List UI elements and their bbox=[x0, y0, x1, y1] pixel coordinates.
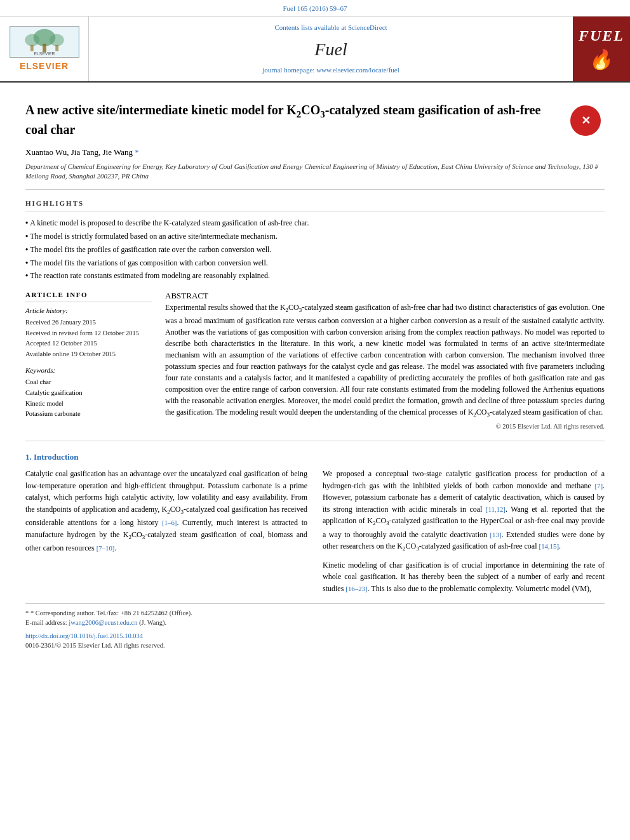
email-link[interactable]: jwang2006@ecust.edu.cn bbox=[69, 619, 137, 626]
svg-text:✕: ✕ bbox=[581, 114, 591, 127]
abstract-copyright: © 2015 Elsevier Ltd. All rights reserved… bbox=[165, 422, 605, 432]
svg-text:ELSEVIER: ELSEVIER bbox=[34, 51, 55, 56]
email-suffix: (J. Wang). bbox=[139, 619, 166, 626]
ref-7-10: [7–10] bbox=[97, 544, 115, 552]
history-revised: Received in revised form 12 October 2015 bbox=[25, 329, 152, 338]
info-abstract-section: ARTICLE INFO Article history: Received 2… bbox=[25, 290, 605, 441]
highlights-list: A kinetic model is proposed to describe … bbox=[25, 218, 605, 281]
abstract-text: Experimental results showed that the K2C… bbox=[165, 302, 605, 420]
intro-col-left: Catalytic coal gasification has an advan… bbox=[25, 468, 307, 594]
intro-para-right-1: We proposed a conceptual two-stage catal… bbox=[323, 468, 605, 554]
article-title-area: A new active site/intermediate kinetic m… bbox=[25, 102, 605, 138]
flame-icon: 🔥 bbox=[589, 46, 613, 73]
homepage-line: journal homepage: www.elsevier.com/locat… bbox=[262, 65, 399, 75]
contents-text: Contents lists available at bbox=[274, 23, 346, 31]
article-info-column: ARTICLE INFO Article history: Received 2… bbox=[25, 290, 152, 432]
abstract-column: ABSTRACT Experimental results showed tha… bbox=[165, 290, 605, 432]
article-info-header: ARTICLE INFO bbox=[25, 290, 152, 302]
intro-para-right-2: Kinetic modeling of char gasification is… bbox=[323, 559, 605, 595]
journal-cover-image: FUEL 🔥 bbox=[573, 17, 630, 81]
crossmark-badge-area[interactable]: ✕ bbox=[566, 102, 605, 140]
history-online: Available online 19 October 2015 bbox=[25, 350, 152, 359]
svg-point-4 bbox=[49, 34, 64, 46]
elsevier-logo: ELSEVIER ELSEVIER bbox=[10, 26, 79, 73]
corresponding-author-note: * * Corresponding author. Tel./fax: +86 … bbox=[25, 609, 605, 618]
contents-line: Contents lists available at ScienceDirec… bbox=[274, 23, 387, 32]
history-received: Received 26 January 2015 bbox=[25, 318, 152, 328]
abstract-header: ABSTRACT bbox=[165, 290, 605, 302]
journal-reference-bar: Fuel 165 (2016) 59–67 bbox=[0, 0, 630, 17]
email-label: E-mail address: bbox=[25, 619, 69, 626]
corresponding-author-mark: * bbox=[135, 147, 139, 157]
article-title-text: A new active site/intermediate kinetic m… bbox=[25, 103, 540, 137]
elsevier-brand-name: ELSEVIER bbox=[20, 60, 69, 73]
doi-link[interactable]: http://dx.doi.org/10.1016/j.fuel.2015.10… bbox=[25, 632, 143, 639]
introduction-section: 1. Introduction Catalytic coal gasificat… bbox=[25, 451, 605, 595]
svg-rect-5 bbox=[30, 44, 33, 51]
keywords-block: Keywords: Coal char Catalytic gasificati… bbox=[25, 366, 152, 419]
journal-header: ELSEVIER ELSEVIER Contents lists availab… bbox=[0, 17, 630, 83]
issn-line: 0016-2361/© 2015 Elsevier Ltd. All right… bbox=[25, 641, 605, 651]
keyword-4: Potassium carbonate bbox=[25, 410, 152, 419]
keywords-label: Keywords: bbox=[25, 366, 152, 375]
authors-text: Xuantao Wu, Jia Tang, Jie Wang * bbox=[25, 147, 139, 157]
history-accepted: Accepted 12 October 2015 bbox=[25, 339, 152, 349]
ref-13: [13] bbox=[490, 531, 501, 538]
journal-reference: Fuel 165 (2016) 59–67 bbox=[283, 4, 347, 12]
intro-section-title: 1. Introduction bbox=[25, 451, 605, 463]
elsevier-tree-logo: ELSEVIER bbox=[10, 26, 79, 58]
science-direct-link[interactable]: ScienceDirect bbox=[348, 23, 387, 31]
highlights-header: HIGHLIGHTS bbox=[25, 199, 605, 211]
ref-14-15: [14,15] bbox=[539, 542, 559, 550]
svg-rect-6 bbox=[55, 44, 58, 51]
ref-1-6: [1–6] bbox=[162, 519, 177, 526]
ref-16-23: [16–23] bbox=[345, 585, 367, 592]
highlight-item: The model fits the variations of gas com… bbox=[25, 258, 605, 269]
crossmark-icon: ✕ bbox=[570, 105, 601, 136]
highlight-item: A kinetic model is proposed to describe … bbox=[25, 218, 605, 229]
main-content: A new active site/intermediate kinetic m… bbox=[0, 83, 630, 663]
svg-point-3 bbox=[25, 34, 39, 46]
keyword-3: Kinetic model bbox=[25, 399, 152, 409]
authors-line: Xuantao Wu, Jia Tang, Jie Wang * bbox=[25, 147, 605, 158]
ref-11-12: [11,12] bbox=[486, 505, 506, 513]
intro-col-right: We proposed a conceptual two-stage catal… bbox=[323, 468, 605, 594]
doi-line: http://dx.doi.org/10.1016/j.fuel.2015.10… bbox=[25, 632, 605, 641]
highlight-item: The model is strictly formulated based o… bbox=[25, 231, 605, 242]
keyword-1: Coal char bbox=[25, 378, 152, 387]
highlight-item: The reaction rate constants estimated fr… bbox=[25, 270, 605, 281]
article-history-block: Article history: Received 26 January 201… bbox=[25, 306, 152, 359]
cover-fuel-text: FUEL bbox=[579, 25, 624, 47]
highlight-item: The model fits the profiles of gasificat… bbox=[25, 244, 605, 255]
keyword-2: Catalytic gasification bbox=[25, 389, 152, 398]
journal-title: Fuel bbox=[314, 37, 347, 62]
ref-7: [7] bbox=[594, 482, 603, 490]
history-label: Article history: bbox=[25, 306, 152, 316]
footnote-star: * bbox=[25, 610, 30, 617]
intro-para-1: Catalytic coal gasification has an advan… bbox=[25, 468, 307, 554]
footnote-area: * * Corresponding author. Tel./fax: +86 … bbox=[25, 603, 605, 650]
journal-center-info: Contents lists available at ScienceDirec… bbox=[89, 17, 573, 81]
intro-body-columns: Catalytic coal gasification has an advan… bbox=[25, 468, 605, 594]
affiliation-text: Department of Chemical Engineering for E… bbox=[25, 162, 605, 190]
email-note: E-mail address: jwang2006@ecust.edu.cn (… bbox=[25, 618, 605, 628]
elsevier-logo-area: ELSEVIER ELSEVIER bbox=[0, 17, 89, 81]
corresponding-author-text: * Corresponding author. Tel./fax: +86 21… bbox=[30, 610, 192, 617]
